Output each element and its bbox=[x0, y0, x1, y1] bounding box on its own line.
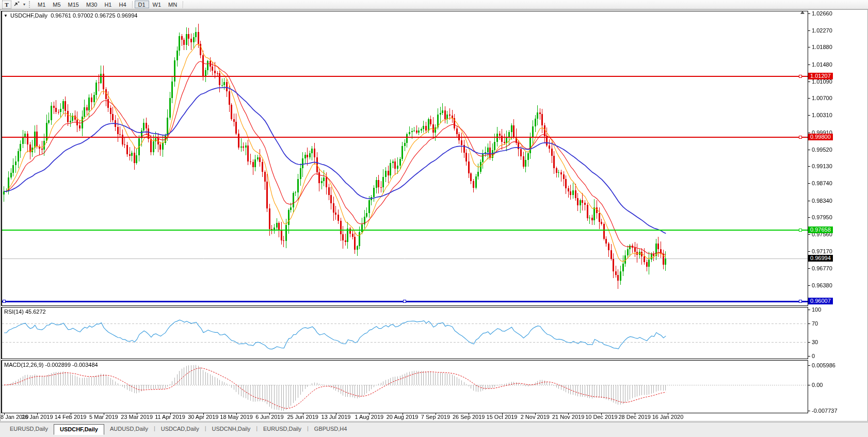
timeframe-button-h4[interactable]: H4 bbox=[115, 1, 130, 8]
chart-tab-bar: EURUSD,DailyUSDCHF,DailyAUDUSD,Daily|USD… bbox=[0, 422, 868, 437]
text-tool-button[interactable]: T bbox=[2, 1, 11, 9]
timeframe-button-group: M1M5M15M30H1H4D1W1MN bbox=[34, 1, 185, 8]
time-axis[interactable] bbox=[0, 413, 808, 422]
timeframe-button-m5[interactable]: M5 bbox=[49, 1, 64, 8]
timeframe-button-mn[interactable]: MN bbox=[165, 1, 181, 8]
top-toolbar: T ▾ M1M5M15M30H1H4D1W1MN bbox=[0, 0, 868, 9]
timeframe-button-w1[interactable]: W1 bbox=[149, 1, 165, 8]
timeframe-button-m15[interactable]: M15 bbox=[65, 1, 83, 8]
timeframe-button-d1[interactable]: D1 bbox=[135, 1, 149, 8]
diagonal-arrows-icon bbox=[13, 1, 20, 8]
tab-eurusd-daily[interactable]: EURUSD,Daily bbox=[4, 424, 54, 434]
price-axis[interactable] bbox=[808, 10, 868, 413]
tab-usdcnh-daily[interactable]: USDCNH,Daily bbox=[206, 424, 256, 434]
tab-eurusd-daily[interactable]: EURUSD,Daily bbox=[258, 424, 307, 434]
price-chart-canvas[interactable] bbox=[0, 0, 868, 437]
timeframe-button-h1[interactable]: H1 bbox=[101, 1, 115, 8]
tab-audusd-daily[interactable]: AUDUSD,Daily bbox=[104, 424, 154, 434]
tool-dropdown-arrow[interactable]: ▾ bbox=[22, 2, 27, 7]
toolbar-grip[interactable] bbox=[29, 1, 31, 8]
toolbar-separator bbox=[183, 1, 183, 8]
timeframe-button-m30[interactable]: M30 bbox=[83, 1, 101, 8]
tab-gbpusd-h4[interactable]: GBPUSD,H4 bbox=[309, 424, 353, 434]
tab-usdcad-daily[interactable]: USDCAD,Daily bbox=[155, 424, 205, 434]
toolbar-separator bbox=[132, 1, 133, 8]
timeframe-button-m1[interactable]: M1 bbox=[34, 1, 49, 8]
tab-usdchf-daily[interactable]: USDCHF,Daily bbox=[54, 424, 104, 435]
object-tools-button[interactable] bbox=[11, 1, 22, 9]
